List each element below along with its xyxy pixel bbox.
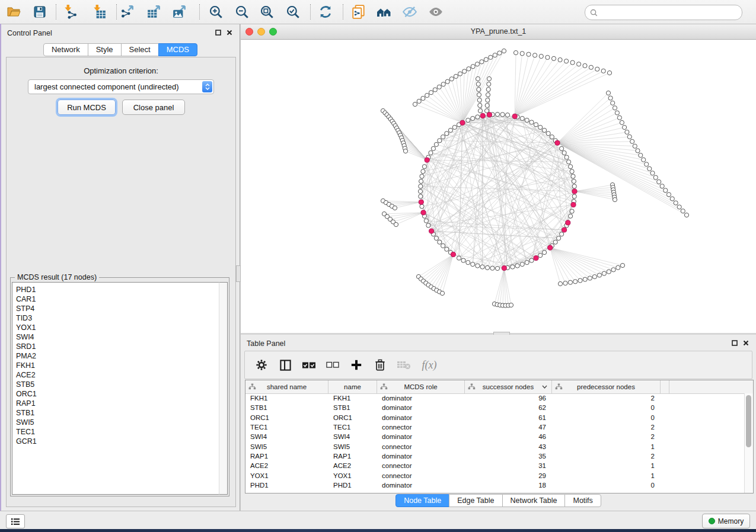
mcds-result-item[interactable]: STB5 (16, 380, 227, 389)
cell-predecessor-nodes: 0 (552, 404, 661, 411)
status-bar: Memory (0, 511, 756, 530)
cell-predecessor-nodes: 2 (552, 453, 661, 460)
cell-successor-nodes: 62 (465, 404, 552, 411)
column-header-successor-nodes[interactable]: successor nodes (465, 380, 552, 393)
save-session-icon[interactable] (30, 3, 50, 21)
mcds-result-item[interactable]: SRD1 (16, 342, 227, 351)
mcds-result-item[interactable]: SWI4 (16, 332, 227, 342)
mcds-result-item[interactable]: RAP1 (16, 399, 227, 408)
table-row[interactable]: ORC1ORC1dominator610 (245, 413, 745, 422)
float-panel-icon[interactable] (215, 30, 221, 36)
duplicate-network-icon[interactable] (349, 3, 369, 21)
table-row[interactable]: PHD1PHD1dominator180 (245, 480, 745, 490)
tab-edge-table[interactable]: Edge Table (449, 494, 502, 507)
import-network-icon[interactable] (60, 3, 80, 21)
add-row-icon[interactable] (344, 355, 368, 375)
tab-network-table[interactable]: Network Table (502, 494, 566, 507)
cell-shared-name: YOX1 (245, 472, 328, 479)
export-network-icon[interactable] (117, 3, 138, 21)
tab-node-table[interactable]: Node Table (395, 494, 449, 507)
tab-select[interactable]: Select (121, 43, 159, 56)
search-input[interactable] (600, 7, 742, 18)
column-header-name[interactable]: name (328, 380, 377, 393)
import-table-icon[interactable] (89, 3, 109, 21)
cell-predecessor-nodes: 1 (552, 443, 661, 450)
mcds-result-item[interactable]: SWI5 (16, 418, 227, 427)
table-scrollbar[interactable] (744, 393, 753, 493)
zoom-selected-icon[interactable] (283, 3, 303, 21)
mcds-result-item[interactable]: PMA2 (16, 351, 227, 361)
close-panel-icon[interactable] (743, 340, 749, 346)
table-row[interactable]: SWI4SWI4dominator462 (245, 432, 745, 441)
delete-row-trash-icon[interactable] (368, 355, 392, 375)
export-image-icon[interactable] (170, 3, 190, 21)
mcds-result-list[interactable]: PHD1CAR1STP4TID3YOX1SWI4SRD1PMA2FKH1ACE2… (12, 282, 228, 495)
memory-button[interactable]: Memory (702, 514, 750, 528)
first-neighbors-icon[interactable] (374, 3, 394, 21)
column-header-predecessor-nodes[interactable]: predecessor nodes (552, 380, 661, 393)
mcds-result-item[interactable]: STB1 (16, 408, 227, 418)
control-panel-tabs: NetworkStyleSelectMCDS (1, 43, 240, 56)
column-header-MCDS-role[interactable]: MCDS role (377, 380, 465, 393)
column-header-shared-name[interactable]: shared name (245, 380, 328, 393)
table-row[interactable]: TEC1TEC1connector472 (245, 422, 745, 432)
table-row[interactable]: ACE2ACE2connector311 (245, 461, 745, 470)
tab-mcds[interactable]: MCDS (158, 43, 197, 56)
mcds-list-scrollbar[interactable] (219, 282, 228, 495)
tab-network[interactable]: Network (43, 43, 88, 56)
mcds-result-item[interactable]: ORC1 (16, 389, 227, 399)
mcds-result-item[interactable]: GCR1 (16, 437, 227, 446)
table-panel-tabs: Node TableEdge TableNetwork TableMotifs (241, 494, 756, 507)
mcds-result-item[interactable]: STP4 (16, 304, 227, 313)
network-graph[interactable] (241, 40, 756, 333)
column-type-icon (555, 383, 563, 390)
mcds-result-item[interactable]: TID3 (16, 313, 227, 323)
tab-style[interactable]: Style (88, 43, 122, 56)
task-history-button[interactable] (6, 514, 25, 528)
cell-predecessor-nodes: 2 (552, 433, 661, 440)
table-row[interactable]: STB1STB1dominator620 (245, 403, 745, 412)
vertical-splitter-grip[interactable] (236, 265, 241, 282)
mcds-result-item[interactable]: PHD1 (16, 285, 227, 294)
table-scrollbar-thumb[interactable] (746, 395, 751, 447)
zoom-in-icon[interactable] (206, 3, 226, 21)
function-builder-icon[interactable]: f(x) (416, 355, 443, 375)
cell-MCDS-role: dominator (377, 395, 465, 402)
table-row[interactable]: SWI5SWI5connector431 (245, 441, 745, 451)
delete-table-icon[interactable] (392, 355, 416, 375)
mcds-result-item[interactable]: FKH1 (16, 361, 227, 370)
toolbar-separator (199, 4, 200, 20)
hide-selected-icon[interactable] (400, 3, 420, 21)
open-file-icon[interactable] (4, 3, 24, 21)
refresh-view-icon[interactable] (315, 3, 336, 21)
close-panel-icon[interactable] (227, 30, 232, 36)
cell-MCDS-role: connector (377, 443, 465, 450)
export-table-icon[interactable] (144, 3, 164, 21)
show-all-icon[interactable] (426, 3, 446, 21)
criterion-dropdown[interactable]: largest connected component (undirected) (28, 79, 214, 94)
network-window-titlebar[interactable]: YPA_prune.txt_1 (241, 24, 756, 40)
run-mcds-button[interactable]: Run MCDS (58, 100, 116, 115)
close-panel-button[interactable]: Close panel (122, 100, 185, 115)
cell-predecessor-nodes: 2 (552, 424, 661, 431)
cell-predecessor-nodes: 1 (552, 462, 661, 469)
mcds-result-item[interactable]: CAR1 (16, 294, 227, 304)
network-canvas[interactable] (241, 40, 756, 333)
table-row[interactable]: RAP1RAP1dominator352 (245, 451, 745, 461)
deselect-all-checkboxes-icon[interactable] (321, 355, 344, 375)
column-settings-gear-icon[interactable] (250, 355, 273, 375)
mcds-result-item[interactable]: ACE2 (16, 370, 227, 380)
select-all-checkboxes-icon[interactable] (297, 355, 321, 375)
column-type-icon (248, 383, 256, 390)
cell-name: PHD1 (328, 482, 377, 489)
table-row[interactable]: YOX1YOX1connector291 (245, 470, 745, 480)
mcds-result-item[interactable]: TEC1 (16, 427, 227, 437)
tab-motifs[interactable]: Motifs (564, 494, 601, 507)
mcds-result-item[interactable]: YOX1 (16, 323, 227, 332)
cell-MCDS-role: dominator (377, 404, 465, 411)
table-row[interactable]: FKH1FKH1dominator962 (245, 393, 745, 403)
float-panel-icon[interactable] (732, 340, 738, 346)
zoom-fit-icon[interactable] (257, 3, 277, 21)
show-column-panel-icon[interactable] (273, 355, 297, 375)
zoom-out-icon[interactable] (232, 3, 252, 21)
